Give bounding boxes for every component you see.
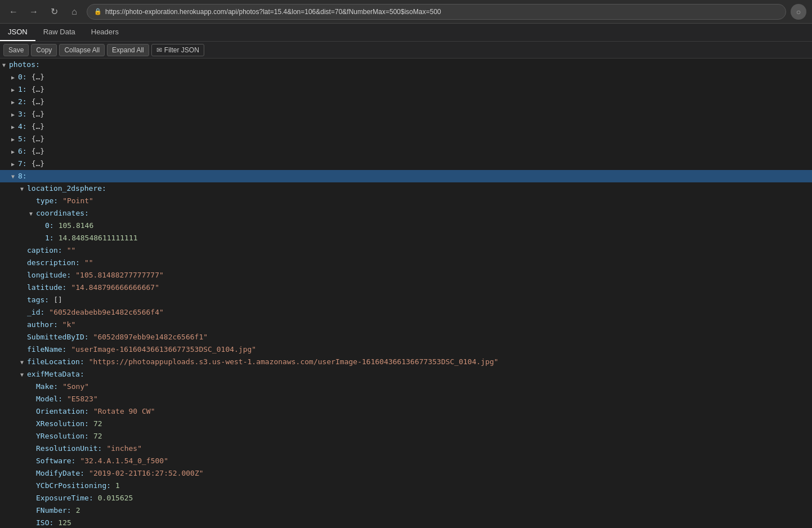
expand-triangle-3[interactable]: ▶ (11, 109, 18, 120)
address-bar[interactable]: 🔒 https://photo-exploration.herokuapp.co… (87, 4, 786, 20)
coord-1-row[interactable]: ▶ 1: 14.848548611111111 (0, 232, 812, 244)
caption-key: caption: (27, 245, 62, 256)
ycbcr-value: 1 (115, 480, 120, 491)
expand-triangle-0[interactable]: ▶ (11, 72, 18, 83)
type-key: type: (36, 195, 58, 206)
iso-value: 125 (58, 517, 71, 528)
back-button[interactable]: ← (6, 4, 21, 20)
exif-metadata-key: exifMetaData: (27, 369, 84, 379)
coordinates-key: coordinates: (36, 208, 89, 218)
description-row[interactable]: ▶ description: "" (0, 257, 812, 269)
location-2dsphere-row[interactable]: ▼ location_2dsphere: (0, 182, 812, 195)
yresolution-row[interactable]: ▶ YResolution: 72 (0, 430, 812, 442)
collapse-coords-triangle[interactable]: ▼ (29, 208, 36, 219)
reload-button[interactable]: ↻ (46, 4, 62, 20)
exposure-time-row[interactable]: ▶ ExposureTime: 0.015625 (0, 492, 812, 504)
id-row[interactable]: ▶ _id: "6052deabebb9e1482c6566f4" (0, 306, 812, 319)
collapsed-0: {…} (32, 71, 44, 82)
iso-row[interactable]: ▶ ISO: 125 (0, 517, 812, 528)
modify-date-row[interactable]: ▶ ModifyDate: "2019-02-21T16:27:52.000Z" (0, 467, 812, 480)
longitude-row[interactable]: ▶ longitude: "105.81488277777777" (0, 269, 812, 281)
tags-value: [] (53, 294, 62, 305)
software-row[interactable]: ▶ Software: "32.4.A.1.54_0_f500" (0, 455, 812, 467)
type-row[interactable]: ▶ type: "Point" (0, 195, 812, 207)
fnumber-row[interactable]: ▶ FNumber: 2 (0, 504, 812, 517)
item-0[interactable]: ▶ 0: {…} (0, 71, 812, 83)
expand-triangle-7[interactable]: ▶ (11, 159, 18, 169)
xresolution-row[interactable]: ▶ XResolution: 72 (0, 418, 812, 430)
model-key: Model: (36, 393, 62, 404)
coord-0-row[interactable]: ▶ 0: 105.8146 (0, 220, 812, 232)
copy-button[interactable]: Copy (31, 44, 57, 56)
file-name-value: "userImage-161604366136677353DSC_0104.jp… (71, 344, 256, 355)
yresolution-value: 72 (93, 431, 102, 441)
resolution-unit-key: ResolutionUnit: (36, 443, 102, 454)
forward-button[interactable]: → (26, 4, 42, 20)
profile-button[interactable]: ○ (791, 4, 806, 20)
home-button[interactable]: ⌂ (66, 4, 82, 20)
coordinates-row[interactable]: ▼ coordinates: (0, 207, 812, 220)
filter-label: Filter JSON (164, 46, 199, 54)
root-photos[interactable]: ▼ photos: (0, 59, 812, 71)
submitted-by-id-row[interactable]: ▶ SubmittedByID: "6052d897ebb9e1482c6566… (0, 331, 812, 343)
modify-date-key: ModifyDate: (36, 468, 84, 478)
latitude-key: latitude: (27, 282, 66, 293)
collapse-triangle[interactable]: ▼ (2, 60, 9, 70)
tabs-bar: JSON Raw Data Headers (0, 24, 812, 42)
item-4[interactable]: ▶ 4: {…} (0, 120, 812, 133)
tab-json[interactable]: JSON (0, 24, 35, 41)
id-key: _id: (27, 307, 44, 317)
index-4: 4: (18, 121, 27, 132)
index-3: 3: (18, 109, 27, 119)
item-3[interactable]: ▶ 3: {…} (0, 108, 812, 120)
collapsed-1: {…} (32, 84, 44, 95)
collapsed-6: {…} (32, 146, 44, 156)
index-1: 1: (18, 84, 27, 95)
expand-triangle-4[interactable]: ▶ (11, 122, 18, 132)
coord-0-key: 0: (45, 220, 54, 231)
file-name-row[interactable]: ▶ fileName: "userImage-16160436613667735… (0, 343, 812, 356)
tags-row[interactable]: ▶ tags: [] (0, 294, 812, 306)
longitude-value: "105.81488277777777" (75, 270, 164, 280)
item-7[interactable]: ▶ 7: {…} (0, 158, 812, 170)
coord-0-value: 105.8146 (59, 220, 94, 231)
caption-row[interactable]: ▶ caption: "" (0, 244, 812, 257)
item-5[interactable]: ▶ 5: {…} (0, 133, 812, 145)
filter-json-button[interactable]: ✉ Filter JSON (151, 44, 204, 56)
tab-headers[interactable]: Headers (83, 24, 127, 41)
item-1[interactable]: ▶ 1: {…} (0, 83, 812, 96)
item-8[interactable]: ▼ 8: (0, 170, 812, 182)
iso-key: ISO: (36, 517, 53, 528)
fnumber-key: FNumber: (36, 505, 71, 516)
expand-all-button[interactable]: Expand All (107, 44, 149, 56)
model-row[interactable]: ▶ Model: "E5823" (0, 393, 812, 405)
collapse-exif-triangle[interactable]: ▼ (20, 369, 27, 380)
yresolution-key: YResolution: (36, 431, 89, 441)
author-row[interactable]: ▶ author: "k" (0, 319, 812, 331)
resolution-unit-row[interactable]: ▶ ResolutionUnit: "inches" (0, 442, 812, 455)
collapse-file-location-triangle[interactable]: ▼ (20, 357, 27, 368)
expand-triangle-5[interactable]: ▶ (11, 134, 18, 145)
xresolution-key: XResolution: (36, 418, 89, 429)
latitude-row[interactable]: ▶ latitude: "14.848796666666667" (0, 281, 812, 294)
url-text: https://photo-exploration.herokuapp.com/… (105, 8, 441, 16)
modify-date-value: "2019-02-21T16:27:52.000Z" (89, 468, 204, 478)
expand-triangle-2[interactable]: ▶ (11, 97, 18, 108)
fnumber-value: 2 (76, 505, 80, 516)
longitude-key: longitude: (27, 270, 71, 280)
exif-metadata-row[interactable]: ▼ exifMetaData: (0, 368, 812, 381)
file-location-row[interactable]: ▼ fileLocation: "https://photoappuploads… (0, 356, 812, 368)
ycbcr-row[interactable]: ▶ YCbCrPositioning: 1 (0, 480, 812, 492)
expand-triangle-6[interactable]: ▶ (11, 146, 18, 157)
make-row[interactable]: ▶ Make: "Sony" (0, 381, 812, 393)
orientation-row[interactable]: ▶ Orientation: "Rotate 90 CW" (0, 405, 812, 418)
collapse-triangle-8[interactable]: ▼ (11, 171, 18, 182)
root-key: photos: (9, 59, 40, 70)
item-6[interactable]: ▶ 6: {…} (0, 145, 812, 158)
tab-raw-data[interactable]: Raw Data (35, 24, 83, 41)
collapse-all-button[interactable]: Collapse All (59, 44, 105, 56)
item-2[interactable]: ▶ 2: {…} (0, 96, 812, 108)
collapse-location-triangle[interactable]: ▼ (20, 184, 27, 194)
expand-triangle-1[interactable]: ▶ (11, 84, 18, 95)
save-button[interactable]: Save (3, 44, 29, 56)
